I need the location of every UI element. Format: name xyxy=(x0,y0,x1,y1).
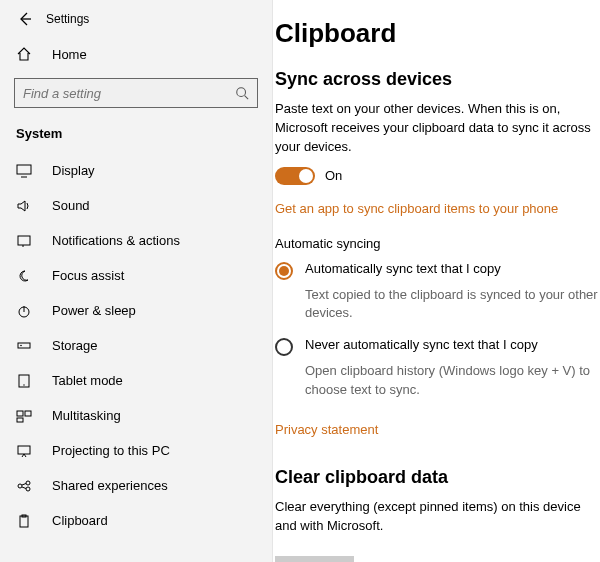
sync-toggle[interactable] xyxy=(275,167,315,185)
arrow-left-icon xyxy=(17,11,33,27)
radio-label: Never automatically sync text that I cop… xyxy=(305,337,600,352)
sidebar-item-label: Projecting to this PC xyxy=(52,443,170,458)
sidebar-item-label: Home xyxy=(52,47,87,62)
privacy-link[interactable]: Privacy statement xyxy=(275,422,378,437)
get-app-link[interactable]: Get an app to sync clipboard items to yo… xyxy=(275,201,558,216)
clear-button[interactable]: Clear xyxy=(275,556,354,562)
sidebar-item-focus-assist[interactable]: Focus assist xyxy=(0,258,272,293)
svg-rect-16 xyxy=(18,446,30,454)
svg-rect-5 xyxy=(18,236,30,245)
sidebar-item-label: Power & sleep xyxy=(52,303,136,318)
sidebar-item-tablet-mode[interactable]: Tablet mode xyxy=(0,363,272,398)
svg-rect-14 xyxy=(25,411,31,416)
svg-rect-9 xyxy=(18,343,30,348)
sidebar-item-home[interactable]: Home xyxy=(0,36,272,72)
sync-toggle-row: On xyxy=(275,167,600,185)
sidebar-item-label: Multitasking xyxy=(52,408,121,423)
search-icon xyxy=(235,86,249,100)
svg-point-1 xyxy=(237,88,246,97)
sidebar-item-label: Storage xyxy=(52,338,98,353)
radio-never-sync[interactable]: Never automatically sync text that I cop… xyxy=(275,337,600,356)
sync-description: Paste text on your other devices. When t… xyxy=(275,100,600,157)
clear-description: Clear everything (except pinned items) o… xyxy=(275,498,600,536)
svg-line-20 xyxy=(22,483,26,485)
radio-indicator xyxy=(275,338,293,356)
shared-icon xyxy=(16,479,36,493)
sidebar-item-multitasking[interactable]: Multitasking xyxy=(0,398,272,433)
search-input[interactable] xyxy=(23,86,235,101)
radio-label: Automatically sync text that I copy xyxy=(305,261,600,276)
display-icon xyxy=(16,164,36,178)
sidebar-item-label: Clipboard xyxy=(52,513,108,528)
sidebar-item-clipboard[interactable]: Clipboard xyxy=(0,503,272,538)
tablet-icon xyxy=(16,374,36,388)
sidebar-item-storage[interactable]: Storage xyxy=(0,328,272,363)
svg-rect-22 xyxy=(20,516,28,527)
radio-indicator xyxy=(275,262,293,280)
sound-icon xyxy=(16,199,36,213)
radio-auto-sync[interactable]: Automatically sync text that I copy xyxy=(275,261,600,280)
sidebar-item-notifications[interactable]: Notifications & actions xyxy=(0,223,272,258)
moon-icon xyxy=(16,269,36,283)
sidebar-item-label: Sound xyxy=(52,198,90,213)
svg-rect-13 xyxy=(17,411,23,416)
sidebar-item-label: Display xyxy=(52,163,95,178)
storage-icon xyxy=(16,339,36,353)
sidebar-item-projecting[interactable]: Projecting to this PC xyxy=(0,433,272,468)
svg-point-10 xyxy=(20,344,22,346)
search-box[interactable] xyxy=(14,78,258,108)
power-icon xyxy=(16,304,36,318)
svg-rect-15 xyxy=(17,418,23,422)
page-title: Clipboard xyxy=(275,18,600,49)
home-icon xyxy=(16,46,36,62)
sidebar-section-label: System xyxy=(0,122,272,153)
clipboard-icon xyxy=(16,514,36,528)
sidebar-item-shared-experiences[interactable]: Shared experiences xyxy=(0,468,272,503)
svg-point-18 xyxy=(26,481,30,485)
sidebar-item-label: Shared experiences xyxy=(52,478,168,493)
main-content: Clipboard Sync across devices Paste text… xyxy=(273,0,600,562)
back-button[interactable] xyxy=(16,10,34,28)
sidebar-item-label: Focus assist xyxy=(52,268,124,283)
title-bar: Settings xyxy=(0,6,272,36)
multitasking-icon xyxy=(16,409,36,423)
auto-sync-subheading: Automatic syncing xyxy=(275,236,600,251)
sidebar-item-power-sleep[interactable]: Power & sleep xyxy=(0,293,272,328)
svg-rect-3 xyxy=(17,165,31,174)
sidebar-item-sound[interactable]: Sound xyxy=(0,188,272,223)
radio-desc: Open clipboard history (Windows logo key… xyxy=(305,362,600,400)
sidebar: Settings Home System Display Sound Notif… xyxy=(0,0,273,562)
auto-sync-radio-group: Automatically sync text that I copy Text… xyxy=(275,261,600,400)
svg-line-2 xyxy=(245,96,249,100)
sidebar-item-label: Notifications & actions xyxy=(52,233,180,248)
svg-point-12 xyxy=(23,384,24,385)
sync-toggle-label: On xyxy=(325,168,342,183)
radio-desc: Text copied to the clipboard is synced t… xyxy=(305,286,600,324)
svg-line-21 xyxy=(22,487,26,489)
clear-heading: Clear clipboard data xyxy=(275,467,600,488)
sidebar-item-display[interactable]: Display xyxy=(0,153,272,188)
svg-point-19 xyxy=(26,487,30,491)
app-title: Settings xyxy=(46,12,89,26)
sidebar-item-label: Tablet mode xyxy=(52,373,123,388)
notifications-icon xyxy=(16,234,36,248)
svg-point-17 xyxy=(18,484,22,488)
projecting-icon xyxy=(16,444,36,458)
sync-heading: Sync across devices xyxy=(275,69,600,90)
